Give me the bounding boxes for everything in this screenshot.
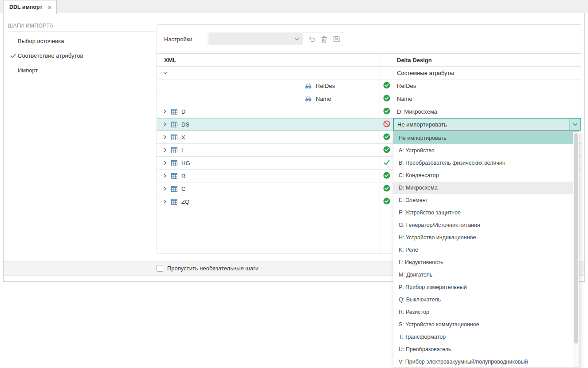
table-row-selected[interactable]: DS Не импортировать (157, 118, 581, 131)
dropdown-item[interactable]: D: Микросхема (393, 182, 573, 194)
chevron-right-icon[interactable] (163, 122, 167, 127)
table-header: XML Delta Design (157, 54, 581, 67)
status-ok-icon (383, 185, 390, 193)
tab-close-icon[interactable]: × (48, 4, 52, 11)
column-header-delta-design: Delta Design (393, 54, 581, 66)
binoculars-icon (305, 96, 312, 102)
dropdown-item[interactable]: S: Устройство коммутационное (393, 318, 573, 331)
table-row[interactable]: Name Name (157, 92, 581, 105)
delete-icon[interactable] (321, 36, 328, 43)
status-ok-icon (383, 198, 390, 206)
dropdown-item[interactable]: Q: Выключатель (393, 293, 573, 306)
dropdown-item[interactable]: F: Устройство защитное (393, 206, 573, 219)
dropdown-scrollbar[interactable] (573, 132, 579, 368)
dropdown-item[interactable]: E: Элемент (393, 194, 573, 206)
step-label: Соответствие атрибутов (18, 52, 83, 59)
table-row[interactable]: Системные атрибуты (157, 67, 581, 79)
xml-node-label: RefDes (316, 83, 335, 89)
check-icon (10, 54, 17, 58)
settings-combo-group (207, 32, 343, 46)
steps-header: ШАГИ ИМПОРТА (8, 23, 53, 29)
settings-combobox[interactable] (208, 33, 303, 45)
attribute-type-dropdown: Не импортировать A: Устройство B: Преобр… (393, 131, 579, 368)
dropdown-item[interactable]: A: Устройство (393, 144, 573, 157)
dd-combobox-value: Не импортировать (394, 121, 447, 128)
status-check-icon (383, 159, 390, 167)
table-icon (171, 135, 177, 140)
dropdown-item[interactable]: U: Преобразователь (393, 343, 573, 356)
dd-attribute-combobox[interactable]: Не импортировать (393, 118, 581, 131)
undo-icon[interactable] (308, 36, 315, 43)
step-label: Импорт (18, 67, 38, 74)
xml-node-label: DS (181, 121, 189, 128)
dropdown-item[interactable]: K: Реле (393, 244, 573, 256)
binoculars-icon (305, 83, 312, 89)
step-label: Выбор источника (18, 38, 64, 44)
xml-node-label: D (181, 108, 185, 115)
dropdown-item[interactable]: R: Резистор (393, 306, 573, 318)
xml-node-label: HG (181, 160, 190, 166)
chevron-down-icon[interactable] (569, 119, 580, 130)
status-ok-icon (383, 172, 390, 180)
chevron-down-icon (295, 38, 299, 41)
table-row[interactable]: RefDes RefDes (157, 79, 581, 92)
dropdown-item[interactable]: M: Двигатель (393, 269, 573, 281)
table-icon (171, 160, 177, 166)
xml-node-label: L (181, 147, 184, 154)
xml-node-label: X (181, 134, 185, 141)
xml-node-label: R (181, 173, 185, 179)
app-window: DDL импорт × ШАГИ ИМПОРТА Выбор источник… (0, 0, 588, 368)
divider (8, 31, 155, 32)
dd-attribute-value: Системные атрибуты (397, 70, 454, 76)
chevron-right-icon[interactable] (163, 174, 167, 178)
dropdown-item[interactable]: H: Устройство индикационное (393, 231, 573, 244)
step-attribute-matching[interactable]: Соответствие атрибутов (4, 48, 154, 63)
dropdown-item[interactable]: G: Генератор/Источник питания (393, 219, 573, 231)
step-import[interactable]: Импорт (4, 63, 154, 78)
chevron-right-icon[interactable] (163, 148, 167, 152)
column-header-status (380, 54, 393, 66)
dropdown-item[interactable]: B: Преобразователь физических величин (393, 157, 573, 169)
chevron-down-icon[interactable] (163, 71, 167, 75)
chevron-right-icon[interactable] (163, 186, 167, 191)
dropdown-item[interactable]: L: Индуктивность (393, 256, 573, 269)
scrollbar-thumb[interactable] (574, 133, 578, 344)
column-header-xml: XML (157, 54, 380, 66)
skip-steps-label: Пропустить необязательные шаги (167, 265, 259, 272)
step-source-selection[interactable]: Выбор источника (4, 34, 154, 48)
chevron-right-icon[interactable] (163, 135, 167, 139)
table-icon (171, 109, 177, 115)
status-ok-icon (383, 95, 390, 103)
status-ok-icon (383, 107, 390, 116)
tab-title: DDL импорт (9, 4, 43, 10)
chevron-right-icon[interactable] (163, 199, 167, 204)
status-ok-icon (383, 146, 390, 154)
settings-toolbar: Настройки (157, 25, 581, 54)
tab-bar: DDL импорт × (0, 0, 588, 13)
import-steps-sidebar: Выбор источника Соответствие атрибутов И… (4, 34, 154, 78)
dd-attribute-value: D: Микросхема (397, 108, 437, 115)
dropdown-item[interactable]: V: Прибор электровакуумный/полупроводник… (393, 356, 573, 368)
xml-node-label: C (181, 186, 185, 192)
save-icon[interactable] (333, 36, 340, 43)
chevron-right-icon[interactable] (163, 109, 167, 114)
dropdown-item[interactable]: C: Конденсатор (393, 169, 573, 182)
dropdown-item[interactable]: T: Трансформатор (393, 331, 573, 343)
table-icon (171, 199, 177, 205)
tab-ddl-import[interactable]: DDL импорт × (3, 0, 57, 14)
table-icon (171, 147, 177, 153)
skip-steps-checkbox[interactable] (157, 265, 163, 272)
status-ok-icon (383, 82, 390, 90)
settings-label: Настройки (164, 36, 192, 43)
table-icon (171, 173, 177, 179)
table-row[interactable]: D D: Микросхема (157, 105, 581, 118)
dropdown-item[interactable]: P: Прибор измерительный (393, 281, 573, 293)
xml-node-label: Name (316, 95, 331, 102)
dropdown-list: Не импортировать A: Устройство B: Преобр… (393, 132, 573, 368)
chevron-right-icon[interactable] (163, 161, 167, 165)
dd-attribute-value: RefDes (397, 83, 416, 89)
dropdown-item[interactable]: Не импортировать (393, 132, 573, 144)
table-icon (171, 122, 177, 127)
dd-attribute-value: Name (397, 95, 412, 102)
xml-node-label: ZQ (181, 198, 189, 205)
